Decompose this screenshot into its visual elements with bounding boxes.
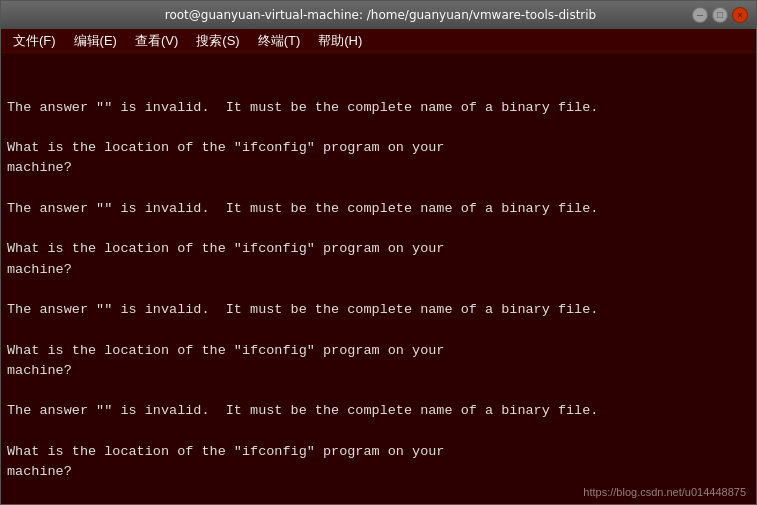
terminal-blank-line — [7, 381, 750, 401]
window-controls: — □ ✕ — [692, 7, 748, 23]
terminal-output: The answer "" is invalid. It must be the… — [7, 57, 750, 504]
menu-item[interactable]: 搜索(S) — [188, 30, 247, 52]
window-title: root@guanyuan-virtual-machine: /home/gua… — [69, 8, 692, 22]
terminal-window: root@guanyuan-virtual-machine: /home/gua… — [0, 0, 757, 505]
terminal-blank-line — [7, 219, 750, 239]
terminal-line: The answer "" is invalid. It must be the… — [7, 503, 750, 505]
terminal-line: The answer "" is invalid. It must be the… — [7, 98, 750, 118]
terminal-blank-line — [7, 118, 750, 138]
menu-item[interactable]: 编辑(E) — [66, 30, 125, 52]
maximize-button[interactable]: □ — [712, 7, 728, 23]
terminal-body[interactable]: The answer "" is invalid. It must be the… — [1, 53, 756, 504]
terminal-line: What is the location of the "ifconfig" p… — [7, 239, 750, 259]
terminal-line: machine? — [7, 462, 750, 482]
terminal-blank-line — [7, 320, 750, 340]
terminal-line: The answer "" is invalid. It must be the… — [7, 300, 750, 320]
menu-item[interactable]: 终端(T) — [250, 30, 309, 52]
terminal-line: machine? — [7, 260, 750, 280]
terminal-line: What is the location of the "ifconfig" p… — [7, 442, 750, 462]
menu-item[interactable]: 帮助(H) — [310, 30, 370, 52]
terminal-line: What is the location of the "ifconfig" p… — [7, 138, 750, 158]
menu-item[interactable]: 文件(F) — [5, 30, 64, 52]
menu-item[interactable]: 查看(V) — [127, 30, 186, 52]
terminal-line: What is the location of the "ifconfig" p… — [7, 341, 750, 361]
terminal-blank-line — [7, 179, 750, 199]
terminal-line: machine? — [7, 361, 750, 381]
terminal-line: machine? — [7, 158, 750, 178]
terminal-blank-line — [7, 280, 750, 300]
title-bar: root@guanyuan-virtual-machine: /home/gua… — [1, 1, 756, 29]
terminal-blank-line — [7, 422, 750, 442]
terminal-line: The answer "" is invalid. It must be the… — [7, 401, 750, 421]
menu-bar: 文件(F)编辑(E)查看(V)搜索(S)终端(T)帮助(H) — [1, 29, 756, 53]
close-button[interactable]: ✕ — [732, 7, 748, 23]
watermark: https://blog.csdn.net/u014448875 — [583, 486, 746, 498]
terminal-line: The answer "" is invalid. It must be the… — [7, 199, 750, 219]
minimize-button[interactable]: — — [692, 7, 708, 23]
